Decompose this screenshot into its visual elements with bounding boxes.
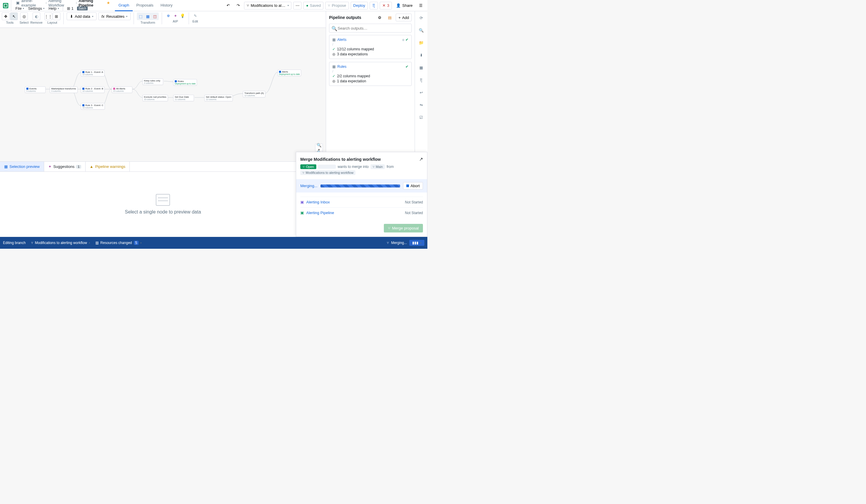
layout-grid[interactable]: ⊞ [53, 12, 60, 20]
sliders-icon: ⢿ [420, 78, 423, 82]
pointer-tool[interactable]: ↖ [10, 12, 18, 20]
node-allalerts[interactable]: All Alerts 23 columns [112, 87, 132, 93]
rule-icon [82, 88, 85, 90]
edit-label: Edit [192, 20, 198, 23]
expand-icon[interactable]: ↗ [419, 156, 423, 162]
propose-icon: ⑂ [328, 3, 330, 8]
node-rule3[interactable]: Rule 3 - Event: C 10 columns [81, 103, 105, 110]
aip-2[interactable]: ✦ [172, 12, 179, 19]
branch-dropdown[interactable]: ⑂ Modifications to al… ▾ [244, 2, 291, 10]
fx-icon: fx [102, 14, 104, 19]
outputs-title: Pipeline outputs [329, 15, 374, 20]
branch-icon: ⑂ [373, 165, 375, 168]
rail-folder[interactable]: 📁 [417, 38, 425, 47]
undo-button[interactable]: ↶ [224, 2, 232, 10]
share-button[interactable]: 👤 Share [393, 2, 415, 10]
download-icon: ⬇ [420, 53, 423, 57]
redo-button[interactable]: ↷ [234, 2, 242, 10]
tab-graph[interactable]: Graph [115, 0, 133, 11]
union-icon [113, 88, 115, 90]
pan-tool[interactable]: ✥ [2, 12, 10, 20]
node-rules[interactable]: Rules Deployment up to date [173, 79, 197, 86]
transform-1[interactable]: ⬚ [137, 13, 144, 20]
rail-calendar[interactable]: ▦ [417, 63, 425, 72]
rail-checks[interactable]: ☑ [417, 113, 425, 121]
status-resources[interactable]: ▥ Resources changed 5 ▾ [96, 241, 142, 245]
output-item[interactable]: ▦ Alerts ◈ ✔ / ✓12/12 columns mapped ◎3 … [329, 35, 412, 59]
outputs-gear[interactable]: ⚙ [376, 14, 384, 21]
add-output-button[interactable]: + Add [396, 14, 412, 21]
star-icon[interactable]: ★ [107, 1, 110, 5]
search-outputs-input[interactable] [329, 24, 412, 33]
list-icon[interactable]: ☰ [417, 2, 425, 10]
tab-suggestions[interactable]: ✦ Suggestions 1 [44, 162, 86, 171]
node-rule2[interactable]: Rule 2 - Event: B 10 columns [81, 87, 104, 93]
merge-progress [321, 184, 400, 188]
check-icon: ✓ [332, 74, 335, 78]
branch-icon: ⑂ [31, 241, 33, 245]
abort-button[interactable]: Abort [403, 182, 423, 190]
deploy-settings-button[interactable]: ⢿ [370, 2, 378, 10]
aip-1[interactable]: ※ [165, 12, 171, 19]
check-icon: ● [306, 3, 308, 8]
rail-refresh[interactable]: ⟳ [417, 14, 425, 22]
errors-button[interactable]: ✕ 3 [380, 2, 392, 10]
transform-3[interactable]: ◫ [152, 13, 158, 20]
aip-3[interactable]: 💡 [179, 12, 186, 19]
layout-tree[interactable]: ⋮⋮ [44, 12, 52, 20]
rail-download[interactable]: ⬇ [417, 51, 425, 59]
merge-proposal-button: ⑂ Merge proposal [384, 224, 423, 233]
branch-icon: ⑂ [302, 171, 304, 175]
status-merging: Merging... [391, 241, 407, 245]
folder-icon: ▣ [16, 1, 20, 5]
add-data-button[interactable]: ⬇ Add data ▾ [67, 12, 97, 20]
node-alerts[interactable]: Alerts Deployment up to date [278, 70, 301, 76]
check-circle-icon: ✔ [406, 65, 408, 69]
rail-compare[interactable]: ⇋ [417, 101, 425, 109]
graph-canvas[interactable]: Events 5 columns Marketplace transforms … [0, 28, 326, 161]
transform-2[interactable]: ▦ [145, 13, 151, 20]
outputs-card[interactable]: ▤ [386, 14, 394, 21]
node-setdue[interactable]: Set Due Date 11 columns [173, 95, 194, 101]
rule-icon [82, 104, 85, 106]
menu-file[interactable]: File▾ [14, 6, 26, 11]
tab-selection-preview[interactable]: ▦ Selection preview [0, 162, 44, 171]
node-marketplace[interactable]: Marketplace transforms 3 columns [50, 87, 78, 93]
node-rule1[interactable]: Rule 1 - Event: A 10 columns [81, 70, 104, 76]
branch-icon: ⑂ [388, 226, 390, 231]
rail-back[interactable]: ↩ [417, 88, 425, 97]
node-events[interactable]: Events 5 columns [25, 87, 46, 93]
menu-settings[interactable]: Settings▾ [26, 6, 46, 11]
app-logo[interactable] [0, 0, 11, 11]
rail-search[interactable]: 🔍 [417, 26, 425, 34]
nodes-icon: ⊞ [67, 6, 70, 11]
node-transformpath[interactable]: Transform path (6) 12 columns [243, 91, 265, 98]
zoom-in[interactable]: 🔍+ [315, 144, 323, 151]
status-merging-progress[interactable]: ▮▮▮ ▾ [409, 240, 424, 246]
back-icon: ↩ [420, 90, 423, 95]
layout-label: Layout [47, 21, 57, 24]
select-tool[interactable]: ◎ [20, 12, 28, 20]
rail-sliders[interactable]: ⢿ [417, 76, 425, 84]
target-icon: ◎ [332, 52, 335, 56]
remove-tool[interactable]: ◐ [33, 12, 40, 20]
deploy-button[interactable]: Deploy [351, 2, 368, 10]
rule-icon [82, 71, 85, 73]
node-excludenull[interactable]: Exclude null priorities 10 columns [143, 95, 168, 101]
empty-preview-text: Select a single node to preview data [125, 209, 201, 215]
menu-help[interactable]: Help▾ [47, 6, 61, 11]
node-setdefault[interactable]: Set default status: Open 12 columns [204, 95, 233, 101]
breadcrumb: ▣ airline-example › Alerting Workflow › … [14, 0, 112, 5]
tab-pipeline-warnings[interactable]: ▲ Pipeline warnings [86, 162, 130, 171]
pipeline-icon: ▣ [300, 211, 304, 215]
tab-history[interactable]: History [157, 0, 176, 11]
table-icon [279, 71, 281, 73]
more-button[interactable]: ⋯ [293, 2, 301, 10]
output-item[interactable]: ▦ Rules ✔ / ✓2/2 columns mapped ◎1 data … [329, 62, 412, 86]
propose-button[interactable]: ⑂ Propose [325, 2, 348, 10]
reusables-button[interactable]: fx Reusables ▾ [98, 12, 131, 20]
target-branch: ⑂Main [370, 164, 385, 169]
status-branch[interactable]: ⑂ Modifications to alerting workflow ▾ [31, 241, 90, 245]
tab-proposals[interactable]: Proposals [133, 0, 157, 11]
node-keeprules[interactable]: Keep rules only 2 columns [143, 78, 163, 85]
